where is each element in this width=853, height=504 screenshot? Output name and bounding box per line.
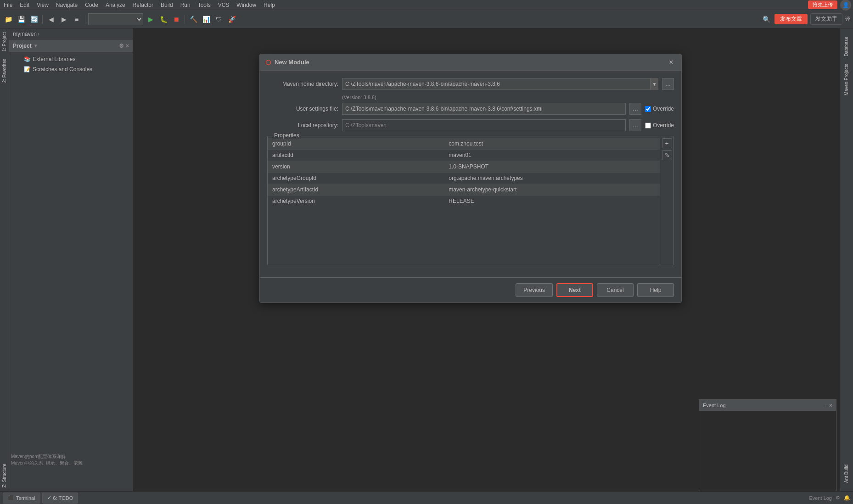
debug-btn[interactable]: 🐛 xyxy=(158,14,169,25)
toolbar-save-btn[interactable]: 💾 xyxy=(16,14,27,25)
menu-tools[interactable]: Tools xyxy=(196,1,213,9)
prop-value: RELEASE xyxy=(444,196,660,207)
local-repo-browse-btn[interactable]: … xyxy=(629,119,641,131)
maven-home-label: Maven home directory: xyxy=(267,81,338,87)
menu-code[interactable]: Code xyxy=(83,1,100,9)
event-log-minimize[interactable]: – xyxy=(825,403,827,408)
menu-analyze[interactable]: Analyze xyxy=(104,1,127,9)
coverage-btn[interactable]: 🛡 xyxy=(213,14,224,25)
table-row[interactable]: archetypeArtifactIdmaven-archetype-quick… xyxy=(268,184,660,196)
local-repo-override: Override xyxy=(645,122,674,129)
maven-home-select[interactable]: C:/ZTools/maven/apache-maven-3.8.6-bin/a… xyxy=(342,78,658,90)
toolbar-sync-btn[interactable]: 🔄 xyxy=(28,14,39,25)
search-btn[interactable]: 🔍 xyxy=(761,14,772,25)
scratches-icon: 📝 xyxy=(24,66,31,73)
csdn-upload-btn[interactable]: 抢先上传 xyxy=(808,0,837,9)
menu-build[interactable]: Build xyxy=(159,1,175,9)
toolbar-back-btn[interactable]: ◀ xyxy=(45,14,56,25)
panel-settings-icon[interactable]: ⚙ xyxy=(119,43,124,49)
deploy-btn[interactable]: 🚀 xyxy=(226,14,237,25)
tree-external-libs[interactable]: 📚 External Libraries xyxy=(9,54,133,64)
breadcrumb: mymaven › xyxy=(9,28,133,39)
prop-key: archetypeGroupId xyxy=(268,173,444,184)
cancel-button[interactable]: Cancel xyxy=(597,283,634,297)
tree-scratches[interactable]: 📝 Scratches and Consoles xyxy=(9,64,133,74)
table-row[interactable]: artifactIdmaven01 xyxy=(268,150,660,161)
run-config-dropdown[interactable] xyxy=(88,13,143,25)
panel-header: Project ▼ ⚙ × xyxy=(9,39,133,52)
bottom-tabs: ⬛ Terminal ✓ 6: TODO Event Log ⚙ 🔔 xyxy=(0,491,853,504)
local-repo-override-checkbox[interactable] xyxy=(645,123,651,129)
user-settings-browse-btn[interactable]: … xyxy=(629,103,641,115)
add-property-btn[interactable]: + xyxy=(662,138,672,148)
local-repo-input[interactable] xyxy=(342,119,626,131)
panel-close-icon[interactable]: × xyxy=(126,43,129,49)
tab-favorites[interactable]: 2: Favorites xyxy=(1,55,8,86)
maven-tab[interactable]: Maven Projects xyxy=(843,60,850,99)
status-notifications-icon[interactable]: 🔔 xyxy=(844,495,850,501)
publish-article-btn[interactable]: 发布文章 xyxy=(774,14,808,24)
table-row[interactable]: archetypeGroupIdorg.apache.maven.archety… xyxy=(268,173,660,184)
terminal-tab[interactable]: ⬛ Terminal xyxy=(3,493,40,504)
maven-home-browse-btn[interactable]: … xyxy=(662,78,674,90)
menu-run[interactable]: Run xyxy=(179,1,192,9)
csdn-assistant-btn[interactable]: 发文助手 xyxy=(810,13,842,25)
menu-vcs[interactable]: VCS xyxy=(216,1,231,9)
panel-content: 📚 External Libraries 📝 Scratches and Con… xyxy=(9,52,133,491)
prop-key: version xyxy=(268,161,444,173)
next-button[interactable]: Next xyxy=(556,283,593,297)
menu-window[interactable]: Window xyxy=(235,1,258,9)
project-panel: mymaven › Project ▼ ⚙ × 📚 External Libra… xyxy=(9,28,133,491)
prop-key: artifactId xyxy=(268,150,444,161)
status-settings-icon[interactable]: ⚙ xyxy=(836,495,840,501)
dialog-body: Maven home directory: C:/ZTools/maven/ap… xyxy=(260,71,681,273)
ant-tab[interactable]: Ant Build xyxy=(843,461,850,487)
center-area: Event Log – × Database Maven Projects An… xyxy=(133,28,853,491)
database-tab[interactable]: Database xyxy=(843,33,850,60)
menu-refactor[interactable]: Refactor xyxy=(131,1,155,9)
menu-edit[interactable]: Edit xyxy=(18,1,31,9)
tab-structure[interactable]: Z: Structure xyxy=(1,460,8,491)
todo-icon: ✓ xyxy=(47,495,51,501)
todo-tab[interactable]: ✓ 6: TODO xyxy=(42,493,79,504)
user-settings-input[interactable] xyxy=(342,103,626,115)
tab-project[interactable]: 1: Project xyxy=(1,28,8,55)
menu-view[interactable]: View xyxy=(35,1,51,9)
csdn-label: 译 xyxy=(845,16,850,22)
dialog-footer: Previous Next Cancel Help xyxy=(260,277,681,302)
prop-value: com.zhou.test xyxy=(444,138,660,150)
previous-button[interactable]: Previous xyxy=(516,283,553,297)
dialog-title-bar: ⬡ New Module × xyxy=(260,54,681,71)
local-repo-row: Local repository: … Override xyxy=(267,119,674,131)
help-button[interactable]: Help xyxy=(637,283,674,297)
build-btn[interactable]: 🔨 xyxy=(188,14,199,25)
dialog-close-button[interactable]: × xyxy=(667,58,676,67)
new-module-dialog: ⬡ New Module × Maven home directory: C:/… xyxy=(259,54,682,303)
user-avatar[interactable]: 👤 xyxy=(840,0,851,11)
toolbar-project-btn[interactable]: 📁 xyxy=(3,14,14,25)
event-log-panel: Event Log – × xyxy=(699,399,836,491)
event-log-content xyxy=(699,411,836,491)
user-settings-override-checkbox[interactable] xyxy=(645,106,651,112)
menu-file[interactable]: File xyxy=(2,1,14,9)
event-log-title: Event Log xyxy=(703,403,726,408)
edit-property-btn[interactable]: ✎ xyxy=(662,150,672,160)
prop-value: 1.0-SNAPSHOT xyxy=(444,161,660,173)
terminal-icon: ⬛ xyxy=(8,495,14,501)
table-row[interactable]: archetypeVersionRELEASE xyxy=(268,196,660,207)
profile-btn[interactable]: 📊 xyxy=(201,14,212,25)
table-row[interactable]: version1.0-SNAPSHOT xyxy=(268,161,660,173)
run-btn[interactable]: ▶ xyxy=(145,14,156,25)
stop-btn[interactable]: ⏹ xyxy=(171,14,182,25)
table-row[interactable]: groupIdcom.zhou.test xyxy=(268,138,660,150)
toolbar-structure-btn[interactable]: ≡ xyxy=(71,14,82,25)
menu-help[interactable]: Help xyxy=(262,1,277,9)
right-panel-strip: Database Maven Projects Ant Build xyxy=(839,28,853,491)
event-log-header: Event Log – × xyxy=(699,400,836,411)
terminal-tab-label: Terminal xyxy=(16,495,35,501)
toolbar-forward-btn[interactable]: ▶ xyxy=(58,14,69,25)
event-log-status[interactable]: Event Log xyxy=(809,495,832,501)
menu-navigate[interactable]: Navigate xyxy=(54,1,79,9)
prop-value: maven-archetype-quickstart xyxy=(444,184,660,196)
event-log-close[interactable]: × xyxy=(830,403,832,408)
